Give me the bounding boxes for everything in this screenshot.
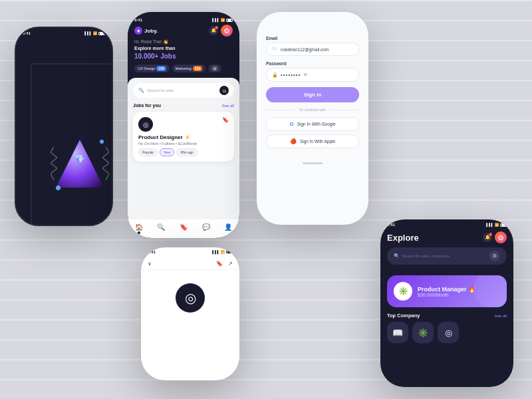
tag-more[interactable]: ⊞ xyxy=(208,65,221,72)
tag-ux-design[interactable]: UX Design 158 xyxy=(134,65,170,72)
explore-header-icons: 🔔1 🌸 xyxy=(483,231,507,243)
status-bar-2: 9:41 ▌▌▌ 📶 xyxy=(134,16,233,25)
explore-line1: Explore more than xyxy=(134,46,233,51)
top-company-section: Top Company See all xyxy=(380,313,513,322)
status-time-5: 9:41 xyxy=(387,223,395,227)
explore-avatar[interactable]: 🌸 xyxy=(495,231,507,243)
explore-title: Explore xyxy=(387,233,419,243)
featured-job-info: Product Manager 🔥 $30.000/Month xyxy=(418,286,475,297)
notification-icon[interactable]: 🔔1 xyxy=(209,26,218,35)
status-time-1: 9:41 xyxy=(23,31,31,35)
job-list-body: 🔍 Search for jobs ⊟ Jobs for you See all… xyxy=(128,78,239,231)
header-icons: 🔔1 🌸 xyxy=(209,25,233,37)
see-all-jobs[interactable]: See all xyxy=(222,104,234,108)
screen-login: Email ✉️ rosietran112@gmail.com Password… xyxy=(257,12,368,225)
notif-badge: 1 xyxy=(215,26,218,29)
apple-signin-button[interactable]: 🍎 Sign In With Apple xyxy=(266,134,359,148)
diamond-shape: 💎 xyxy=(56,140,104,188)
company-logo-large: ◎ xyxy=(176,283,205,313)
lock-icon: 🔒 xyxy=(272,72,278,78)
blue-dot-bottom xyxy=(56,186,61,190)
explore-search[interactable]: 🔍 Search for jobs, companys ⊟ xyxy=(387,247,507,265)
google-signin-button[interactable]: G Sign In With Google xyxy=(266,117,359,131)
login-form: Email ✉️ rosietran112@gmail.com Password… xyxy=(257,25,368,158)
detail-actions: 🔖 ↗ xyxy=(216,261,233,267)
email-input[interactable]: ✉️ rosietran112@gmail.com xyxy=(266,43,359,56)
featured-company-icon: ✳️ xyxy=(394,282,412,301)
explore-filter-icon[interactable]: ⊟ xyxy=(489,251,500,261)
explore-notif[interactable]: 🔔1 xyxy=(483,233,492,242)
nav-profile[interactable]: 👤 xyxy=(224,223,232,234)
grid-icon: ⊞ xyxy=(211,66,218,71)
explore-line2: 10.000+ Jobs xyxy=(134,53,233,61)
company-item-3[interactable]: ◎ xyxy=(438,322,459,343)
screen-onboarding: 9:41 ▌▌▌ 📶 💎 xyxy=(15,27,113,226)
nav-bookmark[interactable]: 🔖 xyxy=(180,223,188,234)
company-see-all[interactable]: See all xyxy=(495,314,507,318)
joby-logo-icon: ◉ xyxy=(134,27,142,35)
status-time-2: 9:41 xyxy=(134,18,142,22)
job-meta: Ho Chi Minh • Fulltime • $11k/Month xyxy=(138,142,229,146)
job-list-header: 9:41 ▌▌▌ 📶 ◉ Joby. 🔔1 🌸 xyxy=(128,12,239,78)
search-placeholder: Search for jobs xyxy=(147,88,217,92)
mkt-count: 209 xyxy=(193,66,202,71)
featured-job-salary: $30.000/Month xyxy=(418,293,475,297)
login-top-spacer xyxy=(257,12,368,25)
status-bar-4: 9:41 ▌▌▌ 📶 xyxy=(141,247,239,255)
nav-home[interactable]: 🏠 xyxy=(135,223,143,234)
company-item-2[interactable]: ✳️ xyxy=(412,322,434,343)
or-text: Or continue with xyxy=(299,108,326,112)
joby-logo: ◉ Joby. xyxy=(134,27,158,35)
search-bar[interactable]: 🔍 Search for jobs ⊟ xyxy=(133,83,234,98)
password-toggle[interactable]: 👁 xyxy=(303,72,308,77)
blue-dot-top xyxy=(100,140,104,144)
sign-in-button[interactable]: Sign In xyxy=(266,87,359,102)
company-list: 📖 ✳️ ◎ xyxy=(380,322,513,343)
screen-explore: 9:41 ▌▌▌ 📶 Explore 🔔1 🌸 🔍 Sear xyxy=(380,219,513,387)
detail-share[interactable]: ↗ xyxy=(228,261,233,267)
home-indicator-3 xyxy=(303,162,323,164)
explore-notif-badge: 1 xyxy=(489,233,492,236)
status-icons-1: ▌▌▌ 📶 xyxy=(84,31,105,35)
tag-marketing[interactable]: Marketing 209 xyxy=(172,65,206,72)
divider-line-left xyxy=(266,110,295,110)
company-logo-large-area: ◎ xyxy=(141,270,239,326)
screens-container: 9:41 ▌▌▌ 📶 💎 xyxy=(0,0,532,399)
detail-bookmark[interactable]: 🔖 xyxy=(216,261,223,267)
explore-header: Explore 🔔1 🌸 🔍 Search for jobs, companys… xyxy=(380,229,513,275)
featured-job-card[interactable]: ✳️ Product Manager 🔥 $30.000/Month xyxy=(387,275,507,307)
diamond-hero: 💎 xyxy=(53,137,106,190)
battery-icon-1 xyxy=(98,32,105,35)
password-input[interactable]: 🔒 •••••••• 👁 xyxy=(266,68,359,82)
google-icon: G xyxy=(289,121,293,127)
category-tags: UX Design 158 Marketing 209 ⊞ xyxy=(134,65,233,72)
bookmark-icon[interactable]: 🔖 xyxy=(222,117,229,123)
zigzag-left xyxy=(51,147,57,180)
back-icon[interactable]: ∨ xyxy=(148,261,152,267)
filter-icon[interactable]: ⊟ xyxy=(219,86,229,95)
explore-title-row: Explore 🔔1 🌸 xyxy=(387,231,507,243)
screen-job-detail: 9:41 ▌▌▌ 📶 ∨ 🔖 ↗ ◎ xyxy=(141,247,239,380)
nav-chat[interactable]: 💬 xyxy=(202,223,210,234)
or-divider: Or continue with xyxy=(266,108,359,112)
status-icons-5: ▌▌▌ 📶 xyxy=(486,223,507,227)
tag-new: New xyxy=(160,148,174,156)
screen-job-list: 9:41 ▌▌▌ 📶 ◉ Joby. 🔔1 🌸 xyxy=(128,12,239,238)
tag-popular: Popular xyxy=(138,148,158,156)
apple-icon: 🍎 xyxy=(290,138,297,144)
jobs-section-header: Jobs for you See all xyxy=(133,103,234,108)
diamond-gem-icon: 💎 xyxy=(75,154,85,164)
company-item-1[interactable]: 📖 xyxy=(387,322,408,343)
password-label: Password xyxy=(266,61,359,66)
email-icon: ✉️ xyxy=(272,47,278,52)
company-logo: ◎ xyxy=(138,117,153,132)
status-time-4: 9:41 xyxy=(148,250,156,254)
featured-job-title: Product Manager 🔥 xyxy=(418,286,475,293)
nav-active-dot xyxy=(138,231,140,234)
user-avatar[interactable]: 🌸 xyxy=(221,25,233,37)
greeting-text: Hi, Rosie Tran 👋 xyxy=(134,39,233,45)
zigzag-right xyxy=(102,147,109,180)
battery-4 xyxy=(226,250,233,253)
job-card[interactable]: ◎ 🔖 Product Designer ⚡ Ho Chi Minh • Ful… xyxy=(133,112,234,162)
nav-search[interactable]: 🔍 xyxy=(157,223,165,234)
